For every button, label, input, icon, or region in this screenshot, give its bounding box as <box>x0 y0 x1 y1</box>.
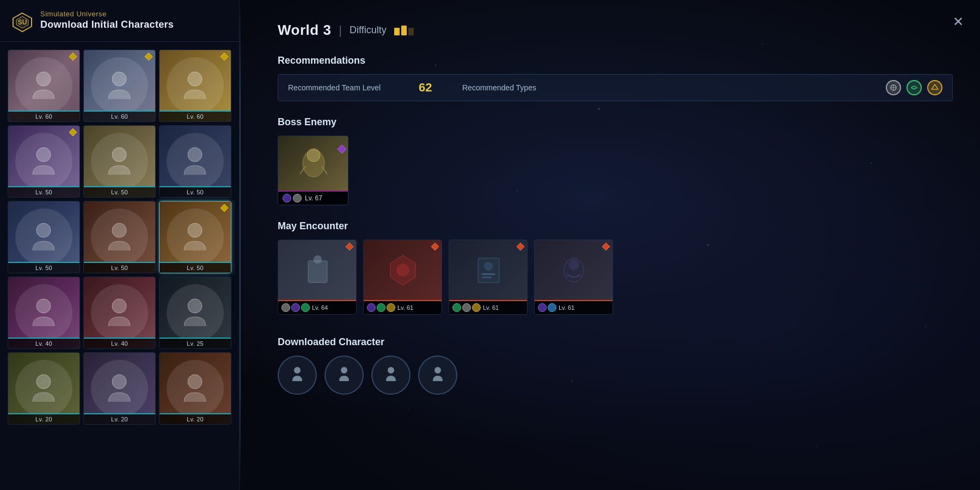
enc-type-wi-1 <box>301 303 310 312</box>
char-level-4: Lv. 50 <box>8 186 79 197</box>
svg-point-49 <box>434 367 441 373</box>
svg-marker-8 <box>220 53 228 60</box>
enc-rarity-1 <box>345 242 354 251</box>
character-card-8[interactable]: Lv. 50 <box>83 201 156 273</box>
svg-marker-26 <box>932 84 938 89</box>
boss-type-icons <box>283 194 302 203</box>
character-card-15[interactable]: Lv. 20 <box>159 352 231 425</box>
svg-point-39 <box>484 262 493 271</box>
enc-types-2 <box>367 303 395 312</box>
svg-point-48 <box>388 367 394 373</box>
character-card-14[interactable]: Lv. 20 <box>83 352 156 425</box>
character-card-4[interactable]: Lv. 50 <box>8 125 80 198</box>
enc-types-1 <box>281 303 310 312</box>
char-level-9: Lv. 50 <box>160 262 231 273</box>
header-subtitle: Simulated Universe <box>40 10 174 18</box>
svg-point-3 <box>36 72 51 86</box>
svg-text:SU: SU <box>18 19 27 26</box>
char-avatar-13 <box>15 360 72 417</box>
character-card-13[interactable]: Lv. 20 <box>8 352 80 425</box>
char-level-5: Lv. 50 <box>84 186 155 197</box>
enc-level-bar-2: Lv. 61 <box>364 300 442 314</box>
svg-marker-6 <box>145 53 152 60</box>
download-slot-2[interactable] <box>324 356 364 395</box>
diff-bar-2 <box>401 26 407 35</box>
downloaded-slots <box>278 356 953 395</box>
header-title: Download Initial Characters <box>40 19 174 30</box>
enc-level-bar-4: Lv. 61 <box>535 300 612 314</box>
enc-rarity-3 <box>516 242 525 251</box>
character-card-2[interactable]: Lv. 60 <box>83 50 156 122</box>
svg-rect-40 <box>482 273 495 275</box>
character-card-12[interactable]: Lv. 25 <box>159 277 231 349</box>
type-icon-physical <box>886 80 901 95</box>
boss-type-physical <box>293 194 302 203</box>
character-card-6[interactable]: Lv. 50 <box>159 125 231 198</box>
svg-point-20 <box>36 375 51 389</box>
char-avatar-11 <box>91 284 148 341</box>
char-avatar-4 <box>15 133 72 190</box>
char-level-13: Lv. 20 <box>8 413 79 424</box>
character-card-5[interactable]: Lv. 50 <box>83 125 156 198</box>
character-card-10[interactable]: Lv. 40 <box>8 277 80 349</box>
encounter-list: Lv. 64 <box>278 240 953 315</box>
difficulty-badge <box>394 26 414 35</box>
difficulty-label: Difficulty <box>350 24 387 36</box>
char-avatar-3 <box>167 57 224 114</box>
svg-point-12 <box>188 148 202 162</box>
boss-section-title: Boss Enemy <box>278 117 953 128</box>
char-avatar-1 <box>15 57 72 114</box>
difficulty-bars <box>394 26 414 35</box>
svg-marker-31 <box>338 145 346 154</box>
enc-types-4 <box>538 303 556 312</box>
svg-point-47 <box>341 367 347 373</box>
close-button[interactable]: ✕ <box>947 11 969 33</box>
enc-level-text-4: Lv. 61 <box>559 304 574 311</box>
char-level-7: Lv. 50 <box>8 262 79 273</box>
svg-point-22 <box>188 375 202 389</box>
character-card-3[interactable]: Lv. 60 <box>159 50 231 122</box>
recommendations-title: Recommendations <box>278 55 953 66</box>
char-level-8: Lv. 50 <box>84 262 155 273</box>
svg-point-19 <box>188 299 202 313</box>
enc-level-text-2: Lv. 61 <box>397 304 413 311</box>
character-card-11[interactable]: Lv. 40 <box>83 277 156 349</box>
character-card-7[interactable]: Lv. 50 <box>8 201 80 273</box>
team-level-label: Recommended Team Level <box>288 83 408 92</box>
char-avatar-7 <box>15 209 72 266</box>
diff-bar-3 <box>408 28 414 35</box>
svg-point-28 <box>307 149 320 162</box>
char-rarity-3 <box>220 52 229 61</box>
header-text-block: Simulated Universe Download Initial Char… <box>40 10 174 30</box>
encounter-card-4: Lv. 61 <box>534 240 613 315</box>
enc-type-qi-2 <box>367 303 376 312</box>
enc-type-im-3 <box>472 303 481 312</box>
svg-marker-10 <box>69 128 77 136</box>
world-name: World 3 <box>278 22 331 39</box>
team-level-value: 62 <box>419 81 451 95</box>
svg-rect-33 <box>314 255 322 264</box>
char-avatar-15 <box>167 360 224 417</box>
encounter-section: May Encounter <box>278 220 953 315</box>
char-avatar-5 <box>91 133 148 190</box>
svg-point-9 <box>36 148 51 162</box>
download-slot-3[interactable] <box>371 356 411 395</box>
character-card-9[interactable]: Lv. 50 <box>159 201 231 273</box>
character-card-1[interactable]: Lv. 60 <box>8 50 80 122</box>
svg-point-14 <box>112 223 126 237</box>
svg-point-11 <box>112 148 126 162</box>
slot-icon-1 <box>291 366 303 384</box>
download-slot-4[interactable] <box>418 356 457 395</box>
download-slot-1[interactable] <box>278 356 317 395</box>
char-avatar-12 <box>167 284 224 341</box>
rec-row: Recommended Team Level 62 Recommended Ty… <box>278 75 952 101</box>
type-icon-wind <box>906 80 922 95</box>
slot-icon-2 <box>338 366 350 384</box>
world-separator: | <box>339 23 342 38</box>
character-grid: Lv. 60 Lv. 60 Lv. <box>0 42 239 432</box>
enc-level-text-1: Lv. 64 <box>312 304 328 311</box>
svg-marker-42 <box>517 243 524 250</box>
header-icon: SU <box>11 11 34 34</box>
encounter-section-title: May Encounter <box>278 220 953 232</box>
encounter-card-3: Lv. 61 <box>449 240 528 315</box>
